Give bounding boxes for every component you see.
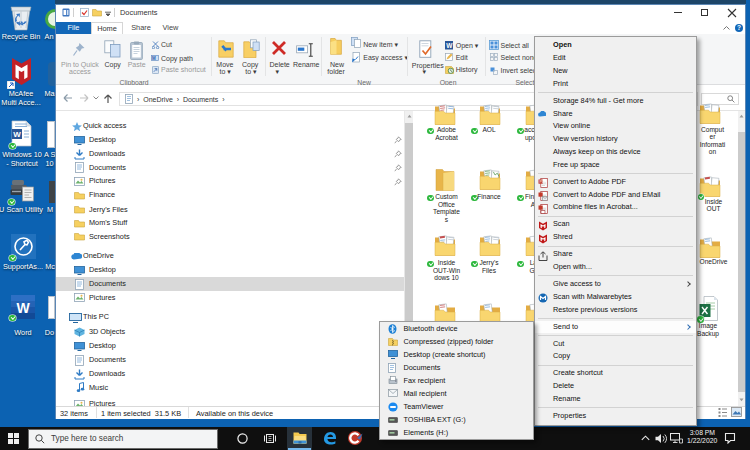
svg-text:W: W	[446, 42, 453, 49]
svg-text:W: W	[13, 130, 21, 139]
svg-text:PDF: PDF	[539, 181, 547, 185]
svg-text:M: M	[152, 55, 156, 60]
svg-text:W: W	[16, 300, 30, 316]
